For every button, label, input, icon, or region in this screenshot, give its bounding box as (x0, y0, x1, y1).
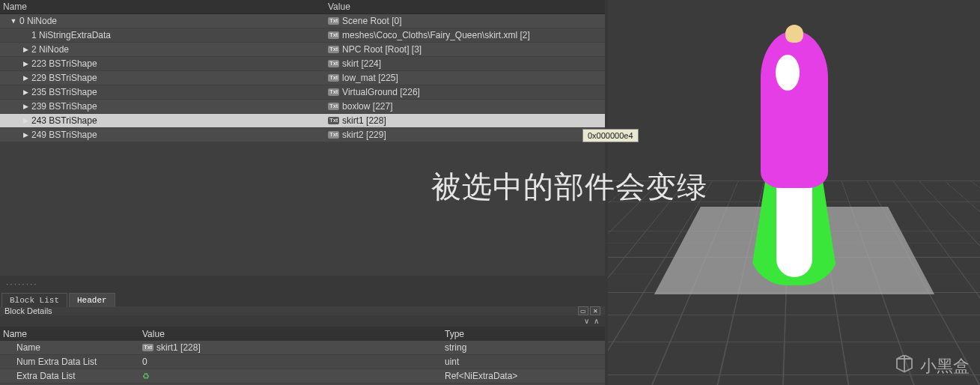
panel-undock-button[interactable]: ▭ (578, 306, 588, 315)
detail-name: Extra Data List (16, 371, 76, 381)
resize-handle[interactable]: ········ (0, 276, 605, 292)
watermark-text: 小黑盒 (920, 355, 970, 378)
model-torso (761, 31, 828, 188)
tree-node-value: meshes\Coco_Cloths\Fairy_Queen\skirt.xml… (342, 30, 530, 40)
tree-node-name: 243 BSTriShape (31, 115, 97, 126)
details-row[interactable]: Extra Data List♻Ref<NiExtraData> (0, 369, 605, 384)
txt-icon: Txt (328, 88, 339, 96)
chevron-right-icon[interactable]: ▶ (22, 88, 29, 96)
txt-icon: Txt (328, 103, 339, 110)
block-details-header: Block Details ▭ ✕ (0, 306, 605, 315)
txt-icon: Txt (328, 46, 339, 53)
detail-value: skirt1 [228] (156, 342, 201, 353)
tree-node-name: 223 BSTriShape (31, 58, 97, 69)
chevron-down-icon[interactable]: ▼ (10, 17, 17, 25)
tree-header-value[interactable]: Value (323, 1, 605, 12)
txt-icon: Txt (328, 131, 339, 139)
tree-node-name: 2 NiNode (31, 44, 69, 55)
txt-icon: Txt (328, 117, 339, 124)
details-header-name[interactable]: Name (0, 329, 139, 339)
tree-node-name: 0 NiNode (19, 16, 57, 26)
details-header-type[interactable]: Type (439, 329, 605, 339)
tree-node-name: 235 BSTriShape (31, 87, 97, 97)
tree-row[interactable]: ▶243 BSTriShapeTxtskirt1 [228] (0, 114, 605, 128)
txt-icon: Txt (328, 74, 339, 82)
watermark-icon (893, 355, 916, 378)
details-row[interactable]: Num Extra Data List0uint (0, 355, 605, 369)
tree-row[interactable]: 1 NiStringExtraDataTxtmeshes\Coco_Cloths… (0, 28, 605, 43)
panel-close-button[interactable]: ✕ (590, 306, 600, 315)
details-row[interactable]: NameTxtskirt1 [228]string (0, 341, 605, 355)
model-head (785, 25, 803, 43)
tree-row[interactable]: ▶223 BSTriShapeTxtskirt [224] (0, 57, 605, 71)
tree-header-row: Name Value (0, 0, 605, 14)
chevron-right-icon[interactable]: ▶ (22, 131, 29, 139)
viewport-panel[interactable] (608, 0, 980, 385)
details-table: Name Value Type NameTxtskirt1 [228]strin… (0, 327, 605, 385)
block-tree: Name Value ▼0 NiNodeTxtScene Root [0]1 N… (0, 0, 605, 276)
txt-icon: Txt (142, 344, 153, 351)
detail-type: Ref<NiExtraData> (445, 371, 517, 381)
tree-row[interactable]: ▶229 BSTriShapeTxtlow_mat [225] (0, 71, 605, 85)
tree-node-name: 249 BSTriShape (31, 130, 97, 140)
tab-bar: Block List Header (0, 292, 605, 306)
recycle-icon[interactable]: ♻ (142, 372, 150, 381)
chevron-right-icon[interactable]: ▶ (22, 46, 29, 53)
detail-type: string (445, 342, 466, 353)
tree-node-name: 239 BSTriShape (31, 101, 97, 112)
viewport-model[interactable] (761, 31, 828, 188)
txt-icon: Txt (328, 60, 339, 67)
detail-value: 0 (142, 357, 147, 367)
tree-row[interactable]: ▶249 BSTriShapeTxtskirt2 [229] (0, 128, 605, 142)
tree-row[interactable]: ▶235 BSTriShapeTxtVirtualGround [226] (0, 85, 605, 100)
next-icon[interactable]: ∧ (594, 317, 599, 325)
chevron-right-icon[interactable]: ▶ (22, 103, 29, 110)
txt-icon: Txt (328, 17, 339, 25)
tree-node-name: 1 NiStringExtraData (31, 30, 111, 40)
tab-header[interactable]: Header (69, 293, 115, 307)
tree-header-name[interactable]: Name (0, 1, 323, 12)
details-header-row: Name Value Type (0, 327, 605, 341)
tree-node-value: low_mat [225] (342, 73, 398, 83)
detail-name: Name (16, 342, 40, 353)
detail-type: uint (445, 357, 459, 367)
details-nav: ∨ ∧ (0, 315, 605, 327)
left-panel: Name Value ▼0 NiNodeTxtScene Root [0]1 N… (0, 0, 608, 385)
chevron-right-icon[interactable]: ▶ (22, 60, 29, 67)
value-tooltip: 0x000000e4 (582, 129, 639, 142)
tree-node-value: VirtualGround [226] (342, 87, 420, 97)
tree-row[interactable]: ▶2 NiNodeTxtNPC Root [Root] [3] (0, 43, 605, 57)
tree-node-value: Scene Root [0] (342, 16, 401, 26)
tab-block-list[interactable]: Block List (1, 293, 67, 307)
chevron-right-icon[interactable]: ▶ (22, 74, 29, 82)
txt-icon: Txt (328, 31, 339, 39)
chevron-right-icon[interactable]: ▶ (22, 117, 29, 124)
detail-name: Num Extra Data List (16, 357, 97, 367)
details-header-value[interactable]: Value (139, 329, 439, 339)
block-details-label: Block Details (4, 306, 52, 315)
prev-icon[interactable]: ∨ (584, 317, 589, 325)
tree-node-value: NPC Root [Root] [3] (342, 44, 421, 55)
tree-node-value: boxlow [227] (342, 101, 392, 112)
tree-node-value: skirt2 [229] (342, 130, 386, 140)
tree-node-value: skirt [224] (342, 58, 381, 69)
watermark: 小黑盒 (893, 355, 970, 378)
tree-node-value: skirt1 [228] (342, 115, 386, 127)
tree-row[interactable]: ▶239 BSTriShapeTxtboxlow [227] (0, 100, 605, 114)
tree-row[interactable]: ▼0 NiNodeTxtScene Root [0] (0, 14, 605, 28)
tree-node-name: 229 BSTriShape (31, 73, 97, 83)
